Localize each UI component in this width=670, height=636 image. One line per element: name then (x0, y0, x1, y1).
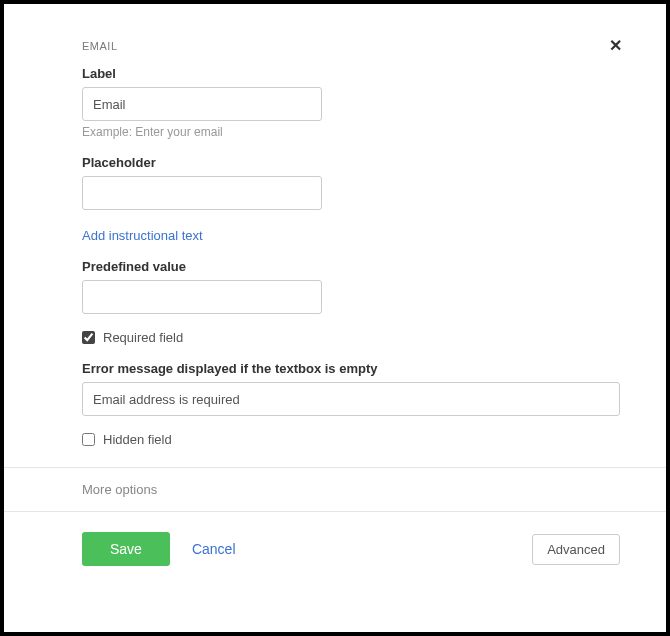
placeholder-group: Placeholder (82, 155, 620, 210)
label-example: Example: Enter your email (82, 125, 620, 139)
field-settings-modal: EMAIL ✕ Label Example: Enter your email … (0, 0, 670, 636)
required-row: Required field (82, 330, 620, 345)
label-title: Label (82, 66, 620, 81)
required-checkbox[interactable] (82, 331, 95, 344)
error-input[interactable] (82, 382, 620, 416)
cancel-button[interactable]: Cancel (192, 541, 236, 557)
footer: Save Cancel Advanced (50, 512, 620, 566)
predefined-group: Predefined value (82, 259, 620, 314)
hidden-label: Hidden field (103, 432, 172, 447)
error-title: Error message displayed if the textbox i… (82, 361, 620, 376)
predefined-input[interactable] (82, 280, 322, 314)
predefined-title: Predefined value (82, 259, 620, 274)
placeholder-title: Placeholder (82, 155, 620, 170)
field-type-badge: EMAIL (50, 40, 620, 52)
label-group: Label Example: Enter your email (82, 66, 620, 139)
required-label: Required field (103, 330, 183, 345)
hidden-row: Hidden field (82, 432, 620, 447)
close-icon[interactable]: ✕ (609, 38, 622, 54)
label-input[interactable] (82, 87, 322, 121)
error-group: Error message displayed if the textbox i… (82, 361, 620, 416)
add-instructional-text-link[interactable]: Add instructional text (82, 228, 203, 243)
more-options-toggle[interactable]: More options (50, 468, 620, 511)
advanced-button[interactable]: Advanced (532, 534, 620, 565)
placeholder-input[interactable] (82, 176, 322, 210)
save-button[interactable]: Save (82, 532, 170, 566)
hidden-checkbox[interactable] (82, 433, 95, 446)
